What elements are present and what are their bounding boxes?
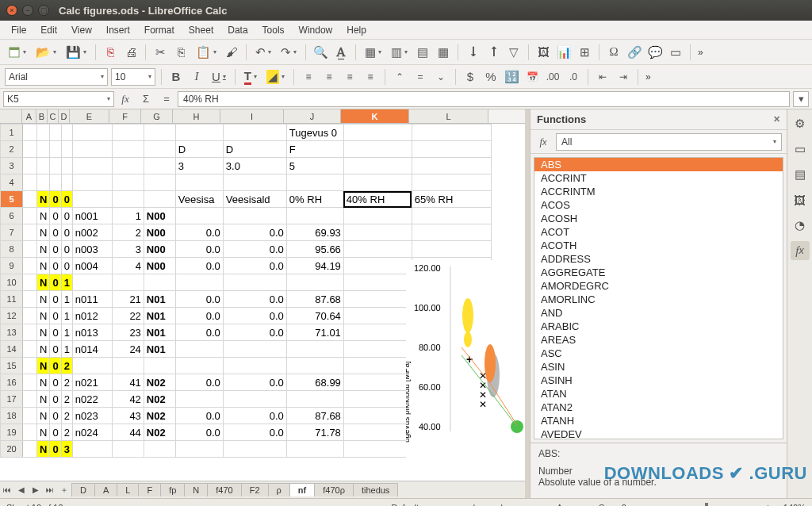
cell[interactable]	[286, 274, 343, 291]
cell[interactable]	[72, 274, 112, 291]
cell[interactable]	[23, 324, 37, 341]
cell[interactable]: 70.64	[286, 308, 343, 324]
cell[interactable]	[61, 125, 72, 141]
sum-button[interactable]: Σ	[138, 91, 154, 107]
row-header[interactable]: 3	[1, 158, 23, 174]
cell[interactable]: N02	[144, 391, 175, 408]
zoom-out-button[interactable]: —	[638, 503, 646, 507]
sheet-tab-N[interactable]: N	[184, 483, 208, 496]
cell[interactable]: N	[37, 291, 50, 308]
sheet-tab-ρ[interactable]: ρ	[268, 483, 290, 496]
cell[interactable]: 1	[61, 308, 72, 324]
cell[interactable]	[23, 125, 37, 141]
format-paintbrush-button[interactable]: 🖌	[223, 44, 240, 61]
cell[interactable]: 0.0	[175, 424, 223, 441]
cell[interactable]: 0	[50, 374, 61, 391]
cell[interactable]	[23, 308, 37, 324]
function-item[interactable]: AVEDEV	[534, 427, 783, 439]
cell[interactable]	[343, 258, 412, 274]
sidebar-tab-styles[interactable]: ▭	[791, 140, 810, 159]
menu-tools[interactable]: Tools	[256, 22, 291, 38]
function-item[interactable]: ARABIC	[534, 320, 783, 333]
increase-indent-button[interactable]: ⇥	[615, 68, 632, 86]
cell[interactable]	[412, 224, 491, 241]
cell[interactable]	[343, 358, 412, 374]
cell[interactable]	[343, 158, 412, 174]
cell[interactable]: 0.0	[175, 241, 223, 258]
cell[interactable]: n013	[72, 324, 112, 341]
cell[interactable]: 71.78	[286, 424, 343, 441]
cell[interactable]	[412, 158, 491, 174]
column-header-H[interactable]: H	[173, 109, 220, 123]
cell[interactable]: N01	[144, 324, 175, 341]
cell[interactable]	[23, 258, 37, 274]
cell[interactable]	[144, 174, 175, 191]
cell[interactable]: 3	[175, 158, 223, 174]
grid2-button[interactable]: ▦	[435, 44, 452, 61]
cell[interactable]: 24	[112, 341, 144, 358]
cell[interactable]: 0	[50, 391, 61, 408]
cell[interactable]	[50, 158, 61, 174]
decrease-indent-button[interactable]: ⇤	[594, 68, 611, 86]
cell[interactable]	[343, 424, 412, 441]
select-all-corner[interactable]	[0, 109, 22, 123]
cell[interactable]: N01	[144, 341, 175, 358]
cell[interactable]	[23, 141, 37, 158]
cell[interactable]: 0	[50, 408, 61, 424]
row-header[interactable]: 11	[1, 291, 23, 308]
sidebar-tab-gallery[interactable]: ▤	[791, 165, 810, 184]
cell[interactable]	[343, 224, 412, 241]
cell[interactable]: 0	[50, 258, 61, 274]
cell[interactable]: 0	[61, 191, 72, 208]
cell[interactable]	[144, 274, 175, 291]
cell[interactable]: 68.99	[286, 374, 343, 391]
cell[interactable]: 0.0	[223, 258, 286, 274]
cell[interactable]: n014	[72, 341, 112, 358]
cell[interactable]	[37, 125, 50, 141]
cell[interactable]: Veesisa	[175, 191, 223, 208]
cell[interactable]	[144, 141, 175, 158]
percent-button[interactable]: %	[482, 68, 500, 86]
cell[interactable]: 1	[61, 324, 72, 341]
cell[interactable]	[72, 125, 112, 141]
sheet-tab-nf[interactable]: nf	[289, 483, 315, 496]
cell[interactable]: 0	[50, 308, 61, 324]
window-close-button[interactable]: ×	[6, 5, 17, 16]
row-header[interactable]: 16	[1, 374, 23, 391]
column-header-D[interactable]: D	[59, 109, 70, 123]
formula-input[interactable]: 40% RH	[178, 91, 790, 107]
function-wizard-button[interactable]: fx	[117, 91, 133, 107]
cell[interactable]: 0	[50, 208, 61, 224]
cell[interactable]: 0	[50, 441, 61, 458]
cell[interactable]: 44	[112, 424, 144, 441]
formula-expand-button[interactable]: ▾	[793, 91, 809, 107]
cell[interactable]	[144, 358, 175, 374]
grid1-button[interactable]: ▤	[414, 44, 431, 61]
tab-last-button[interactable]: ⏭	[43, 483, 57, 497]
cell[interactable]	[23, 291, 37, 308]
cell[interactable]: 0.0	[175, 224, 223, 241]
column-header-K[interactable]: K	[341, 109, 409, 123]
cell[interactable]: 94.19	[286, 258, 343, 274]
cell[interactable]	[175, 358, 223, 374]
cell[interactable]: 0.0	[175, 408, 223, 424]
cell[interactable]: F	[286, 141, 343, 158]
cell[interactable]	[61, 174, 72, 191]
cell[interactable]: 41	[112, 374, 144, 391]
cell[interactable]: 0.0	[223, 424, 286, 441]
align-top-button[interactable]: ⌃	[391, 68, 408, 86]
cell[interactable]	[175, 174, 223, 191]
equals-button[interactable]: =	[159, 91, 174, 107]
cell[interactable]	[50, 125, 61, 141]
cell[interactable]	[343, 141, 412, 158]
cell[interactable]	[343, 308, 412, 324]
cell[interactable]	[286, 341, 343, 358]
cell[interactable]: N	[37, 358, 50, 374]
cell[interactable]: Veesisald	[223, 191, 286, 208]
cell[interactable]: N01	[144, 308, 175, 324]
highlight-color-button[interactable]: ◢▾	[263, 68, 288, 86]
cell[interactable]: n003	[72, 241, 112, 258]
cell[interactable]: D	[223, 141, 286, 158]
menu-view[interactable]: View	[65, 22, 98, 38]
cell[interactable]	[343, 241, 412, 258]
